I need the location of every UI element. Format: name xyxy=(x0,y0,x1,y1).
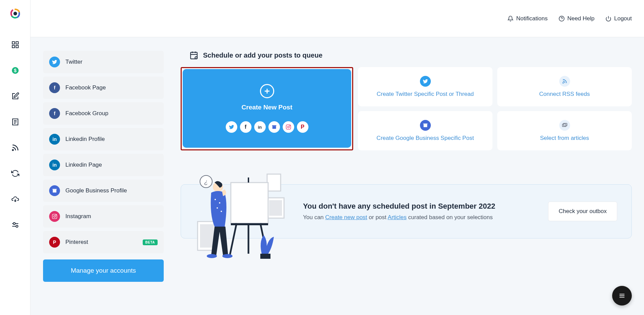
bell-icon xyxy=(507,16,514,22)
check-outbox-button[interactable]: Check your outbox xyxy=(548,202,617,221)
select-articles-card[interactable]: Select from articles xyxy=(497,111,632,150)
create-new-post-card[interactable]: Create New Post f in P xyxy=(183,69,351,148)
facebook-icon: f xyxy=(49,108,60,119)
svg-point-54 xyxy=(217,207,218,209)
nav-articles[interactable] xyxy=(11,117,20,127)
svg-rect-43 xyxy=(231,183,268,223)
help-icon xyxy=(559,16,565,22)
nav-settings[interactable] xyxy=(11,220,20,230)
section-title-text: Schedule or add your posts to queue xyxy=(203,51,322,59)
svg-rect-3 xyxy=(12,45,15,48)
svg-point-24 xyxy=(56,215,56,215)
account-twitter[interactable]: Twitter xyxy=(43,51,164,73)
svg-point-33 xyxy=(287,126,289,128)
beta-badge: BETA xyxy=(143,239,158,245)
create-new-post-link[interactable]: Create new post xyxy=(325,214,367,220)
svg-rect-25 xyxy=(190,52,197,59)
svg-point-11 xyxy=(12,150,13,151)
notifications-link[interactable]: Notifications xyxy=(507,15,548,22)
small-cards-grid: Create Twitter Specific Post or Thread C… xyxy=(358,67,632,150)
svg-rect-37 xyxy=(563,123,567,126)
svg-point-56 xyxy=(207,254,217,258)
linkedin-icon: in xyxy=(49,160,60,170)
account-label: Instagram xyxy=(65,213,91,220)
header: Notifications Need Help Logout xyxy=(31,0,644,37)
instagram-icon xyxy=(49,211,60,222)
cards-wrap: Create New Post f in P Create Twitter Sp… xyxy=(181,67,632,150)
nav-rss[interactable] xyxy=(11,143,20,152)
account-label: Linkedin Page xyxy=(65,162,102,168)
articles-icon xyxy=(559,120,570,131)
platform-icons: f in P xyxy=(226,121,308,133)
help-label: Need Help xyxy=(567,15,595,22)
logout-label: Logout xyxy=(614,15,632,22)
account-instagram[interactable]: Instagram xyxy=(43,205,164,228)
plus-icon xyxy=(260,84,274,98)
rss-icon xyxy=(559,76,570,87)
svg-point-23 xyxy=(54,215,55,217)
content: Schedule or add your posts to queue Crea… xyxy=(181,51,632,238)
nav-compose[interactable] xyxy=(11,91,20,101)
platform-pinterest-icon: P xyxy=(297,121,308,133)
svg-line-45 xyxy=(230,223,237,255)
help-link[interactable]: Need Help xyxy=(559,15,595,22)
empty-title: You don't have any scheduled post in Sep… xyxy=(303,202,495,211)
platform-google-business-icon xyxy=(268,121,280,133)
create-gb-post-card[interactable]: Create Google Business Specific Post xyxy=(358,111,492,150)
account-label: Linkedin Profile xyxy=(65,136,105,143)
power-icon xyxy=(605,16,611,22)
account-facebook-group[interactable]: fFacebook Group xyxy=(43,102,164,125)
empty-illustration: ¿ xyxy=(191,171,296,272)
svg-point-57 xyxy=(222,254,233,258)
platform-facebook-icon: f xyxy=(240,121,251,133)
svg-point-13 xyxy=(13,223,15,225)
svg-point-53 xyxy=(219,202,220,204)
svg-text:¿: ¿ xyxy=(204,178,208,185)
account-linkedin-page[interactable]: inLinkedin Page xyxy=(43,154,164,176)
svg-point-35 xyxy=(563,83,563,83)
twitter-icon xyxy=(49,57,60,67)
nav-dashboard[interactable] xyxy=(11,40,20,49)
account-label: Pinterest xyxy=(65,239,88,246)
articles-link[interactable]: Articles xyxy=(388,214,407,220)
card-label: Connect RSS feeds xyxy=(539,91,590,98)
pinterest-icon: P xyxy=(49,237,60,248)
account-label: Twitter xyxy=(65,59,82,65)
twitter-icon xyxy=(420,76,431,87)
manage-accounts-button[interactable]: Manage your accounts xyxy=(43,259,164,282)
google-business-icon xyxy=(49,185,60,196)
svg-rect-42 xyxy=(200,224,214,248)
card-label: Create Google Business Specific Post xyxy=(377,135,474,142)
calendar-icon xyxy=(189,51,198,60)
nav-recycle[interactable] xyxy=(11,169,20,178)
accounts-sidebar: Twitter fFacebook Page fFacebook Group i… xyxy=(43,51,164,282)
menu-icon xyxy=(618,292,626,299)
svg-rect-4 xyxy=(16,45,18,48)
svg-rect-38 xyxy=(267,174,281,191)
fab-menu-button[interactable] xyxy=(612,286,632,306)
nav-download[interactable] xyxy=(11,194,20,204)
svg-point-29 xyxy=(195,57,197,59)
account-linkedin-profile[interactable]: inLinkedin Profile xyxy=(43,128,164,150)
notifications-label: Notifications xyxy=(516,15,548,22)
account-facebook-page[interactable]: fFacebook Page xyxy=(43,77,164,99)
empty-state-zone: ¿ You don't have any scheduled post in S… xyxy=(181,184,632,238)
account-google-business[interactable]: Google Business Profile xyxy=(43,180,164,202)
svg-rect-1 xyxy=(12,42,15,44)
section-title: Schedule or add your posts to queue xyxy=(189,51,632,60)
nav-rail: $ xyxy=(0,0,31,315)
connect-rss-card[interactable]: Connect RSS feeds xyxy=(497,67,632,106)
create-twitter-post-card[interactable]: Create Twitter Specific Post or Thread xyxy=(358,67,492,106)
facebook-icon: f xyxy=(49,82,60,93)
svg-rect-40 xyxy=(269,200,282,216)
logout-link[interactable]: Logout xyxy=(605,15,632,22)
account-label: Google Business Profile xyxy=(65,187,127,194)
svg-rect-36 xyxy=(562,124,566,127)
account-label: Facebook Page xyxy=(65,84,106,91)
app-logo xyxy=(9,7,21,20)
empty-subtitle: You can Create new post or post Articles… xyxy=(303,214,495,221)
svg-rect-2 xyxy=(16,42,18,44)
nav-pricing[interactable]: $ xyxy=(11,66,20,75)
account-pinterest[interactable]: PPinterestBETA xyxy=(43,231,164,253)
card-label: Create Twitter Specific Post or Thread xyxy=(377,91,474,98)
